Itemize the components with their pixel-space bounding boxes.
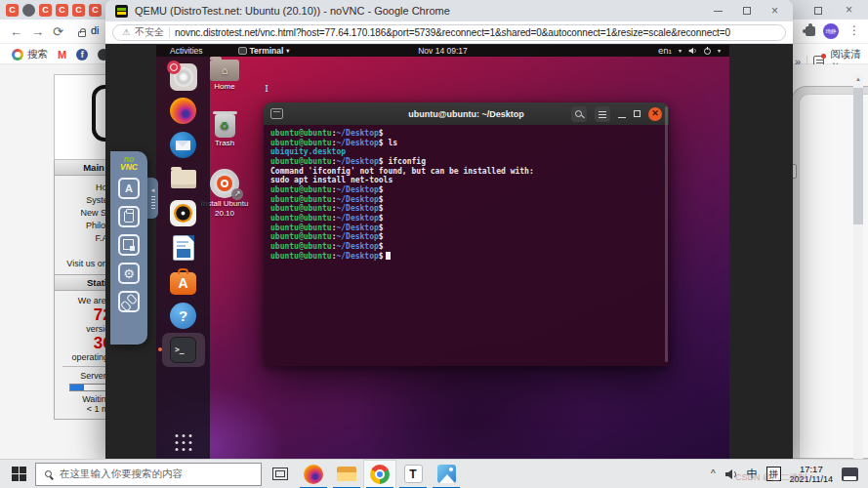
taskbar-app-firefox[interactable] <box>297 460 330 488</box>
back-icon[interactable]: ← <box>10 24 22 39</box>
menu-icon[interactable]: ⋮ <box>848 23 860 37</box>
terminal-cursor <box>386 252 391 260</box>
launch-arrow-icon: ↗ <box>231 188 243 200</box>
search-icon <box>45 470 52 477</box>
bookmark-item[interactable]: M <box>58 48 66 61</box>
focused-app-menu[interactable]: Terminal ▾ <box>238 46 290 56</box>
volume-icon[interactable] <box>688 47 697 55</box>
scroll-up-icon[interactable]: ▲ <box>853 74 863 84</box>
activities-button[interactable]: Activities <box>170 46 203 56</box>
address-bar[interactable]: ⚠ 不安全 novnc.distrotest.net/vnc.html?host… <box>112 24 786 41</box>
dock-item-terminal[interactable]: >_ <box>162 333 205 367</box>
dock-item-rhythmbox[interactable] <box>162 196 205 230</box>
terminal-icon: >_ <box>170 337 196 363</box>
dock-item-firefox[interactable] <box>162 94 205 128</box>
dock-item-libreoffice-writer[interactable] <box>162 230 205 264</box>
bookmark-item[interactable]: 搜索 <box>12 48 48 61</box>
gear-icon[interactable]: ⚙ <box>118 263 140 284</box>
ime-language-indicator[interactable]: 中 <box>747 467 758 481</box>
csdn-tab-favicon[interactable]: C <box>56 4 68 17</box>
extra-keys-icon[interactable]: A <box>118 178 140 199</box>
clipboard-icon[interactable] <box>118 206 140 227</box>
csdn-tab-favicon[interactable]: C <box>39 4 52 17</box>
extensions-icon[interactable] <box>806 26 815 36</box>
novnc-logo-bottom: VNC <box>120 164 138 172</box>
close-icon[interactable]: × <box>846 3 852 17</box>
taskbar-app-photos[interactable] <box>430 460 463 488</box>
start-button[interactable] <box>6 462 31 487</box>
dock-item-help[interactable]: ? <box>162 299 205 333</box>
minimize-icon[interactable] <box>714 11 723 12</box>
forward-icon[interactable]: → <box>31 24 44 39</box>
csdn-tab-favicon[interactable]: C <box>6 4 19 17</box>
csdn-tab-favicon[interactable]: C <box>72 4 85 17</box>
action-center-icon[interactable] <box>842 468 858 481</box>
libreoffice-writer-icon <box>173 235 194 261</box>
new-tab-icon[interactable] <box>270 108 283 119</box>
ime-mode-indicator[interactable]: 拼 <box>766 467 781 481</box>
taskbar-search-input[interactable]: 在这里输入你要搜索的内容 <box>35 463 262 486</box>
taskbar-clock[interactable]: 17:17 2021/11/14 <box>790 464 833 485</box>
task-view-button[interactable] <box>266 460 295 488</box>
dock-item-thunderbird[interactable] <box>162 128 205 162</box>
collapse-arrow-icon: ◂ <box>151 186 155 194</box>
maximize-icon[interactable] <box>814 7 822 15</box>
date: 2021/11/14 <box>790 474 833 485</box>
show-applications-icon[interactable] <box>175 434 191 451</box>
disconnect-icon[interactable] <box>118 291 140 312</box>
page-scrollbar[interactable]: ▲ <box>853 74 863 459</box>
window-title-bar[interactable]: QEMU (DistroTest.net: Ubuntu (20.10)) - … <box>105 0 793 21</box>
novnc-favicon <box>115 5 128 18</box>
csdn-tab-favicon[interactable]: C <box>89 4 102 17</box>
fullscreen-icon[interactable] <box>118 234 140 256</box>
dock-item-files[interactable] <box>162 162 205 196</box>
scrollbar-thumb[interactable] <box>853 88 863 224</box>
system-tray[interactable]: en₁ ▾ ▾ <box>658 46 729 56</box>
volume-icon[interactable] <box>724 468 738 480</box>
google-search-icon <box>12 49 23 61</box>
facebook-icon: f <box>76 49 88 61</box>
terminal-line: ubuntu@ubuntu:~/Desktop$ <box>270 232 662 242</box>
reload-icon[interactable]: ⟳ <box>53 24 63 39</box>
bookmark-item[interactable]: f <box>76 48 88 61</box>
terminal-line: ubuntu@ubuntu:~/Desktop$ ifconfig <box>270 157 662 167</box>
address-bar[interactable]: di <box>91 24 100 36</box>
menu-icon[interactable] <box>595 106 610 122</box>
novnc-panel-handle[interactable]: ◂ <box>147 178 158 219</box>
globe-tab-favicon[interactable] <box>22 4 35 17</box>
input-source[interactable]: en₁ <box>658 46 672 56</box>
ubuntu-screen[interactable]: Activities Terminal ▾ Nov 14 09:17 en₁ ▾… <box>156 45 729 459</box>
terminal-line: ubiquity.desktop <box>270 147 662 157</box>
taskbar-apps: T <box>297 460 463 488</box>
terminal-scrollbar[interactable] <box>665 106 668 362</box>
close-icon[interactable]: × <box>771 6 778 16</box>
home-folder-icon: ⌂ <box>210 60 239 81</box>
firefox-icon <box>304 465 323 484</box>
close-icon[interactable]: ✕ <box>648 107 662 121</box>
security-chip[interactable]: 不安全 <box>135 25 164 39</box>
terminal-window[interactable]: ubuntu@ubuntu: ~/Desktop ✕ ubuntu@ubuntu… <box>264 102 669 366</box>
novnc-chrome-window: QEMU (DistroTest.net: Ubuntu (20.10)) - … <box>105 0 793 459</box>
not-secure-icon: ⚠ <box>122 27 130 37</box>
terminal-title-bar[interactable]: ubuntu@ubuntu: ~/Desktop ✕ <box>264 102 669 125</box>
maximize-icon[interactable] <box>743 7 751 15</box>
minimize-icon[interactable] <box>618 117 626 118</box>
vnc-canvas[interactable]: Activities Terminal ▾ Nov 14 09:17 en₁ ▾… <box>105 44 793 459</box>
search-icon[interactable] <box>571 106 587 122</box>
rhythmbox-icon <box>170 200 196 226</box>
focused-app-label: Terminal <box>250 46 284 56</box>
dock-item-ubuntu-software[interactable]: A <box>162 264 205 299</box>
dock-item-ubuntu-installer[interactable] <box>162 60 205 94</box>
thunderbird-icon <box>170 132 196 158</box>
taskbar-app-file-explorer[interactable] <box>330 460 363 488</box>
terminal-line: ubuntu@ubuntu:~/Desktop$ <box>270 252 662 262</box>
terminal-output[interactable]: ubuntu@ubuntu:~/Desktop$ubuntu@ubuntu:~/… <box>264 125 669 366</box>
hidden-icons-chevron[interactable]: ^ <box>711 468 716 479</box>
file-explorer-icon <box>337 467 356 481</box>
taskbar-app-chrome[interactable] <box>363 460 396 488</box>
taskbar-app-text-editor[interactable]: T <box>396 460 430 488</box>
maximize-icon[interactable] <box>634 110 641 117</box>
profile-avatar[interactable]: 琦静 <box>823 23 839 39</box>
system-tray: ^ 中 拼 17:17 2021/11/14 <box>711 464 868 485</box>
power-icon[interactable] <box>704 48 711 55</box>
